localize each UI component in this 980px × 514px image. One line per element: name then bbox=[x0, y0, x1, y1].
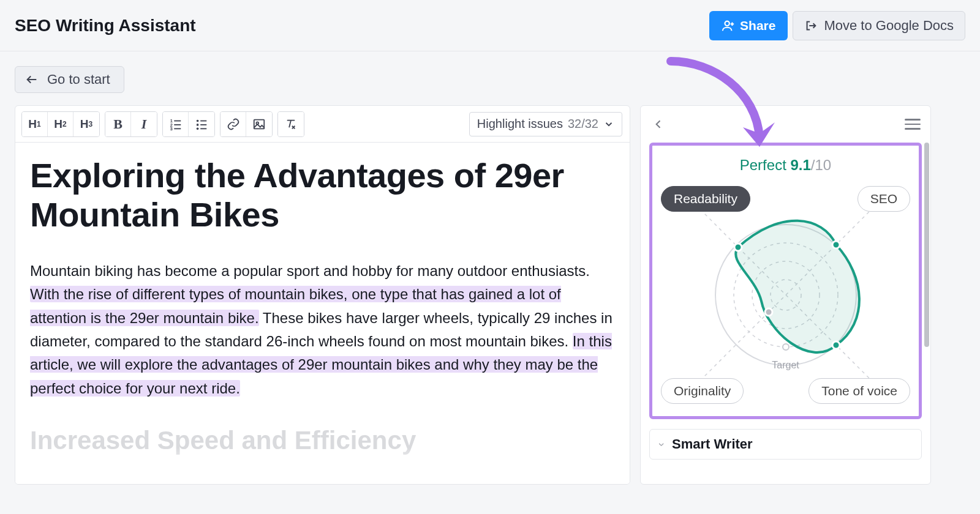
go-to-start-button[interactable]: Go to start bbox=[15, 66, 124, 93]
heading3-button[interactable]: H3 bbox=[74, 112, 99, 136]
svg-point-24 bbox=[832, 341, 840, 349]
seo-pill[interactable]: SEO bbox=[858, 186, 910, 212]
svg-point-7 bbox=[197, 119, 199, 122]
score-value: 9.1 bbox=[790, 157, 810, 173]
svg-point-25 bbox=[765, 308, 772, 316]
readability-pill[interactable]: Readability bbox=[661, 186, 750, 212]
chevron-left-icon bbox=[652, 118, 665, 130]
link-icon bbox=[227, 117, 240, 131]
scrollbar-thumb[interactable] bbox=[924, 143, 929, 347]
image-button[interactable] bbox=[246, 112, 272, 136]
score-card: Perfect 9.1/10 bbox=[649, 143, 922, 419]
sidebar-scrollbar[interactable] bbox=[923, 143, 929, 483]
editor-panel: H1 H2 H3 B I 123 bbox=[15, 105, 630, 485]
svg-rect-8 bbox=[200, 120, 206, 121]
highlight-issues-dropdown[interactable]: Highlight issues 32/32 bbox=[469, 112, 622, 136]
tone-pill[interactable]: Tone of voice bbox=[809, 378, 910, 404]
heading1-button[interactable]: H1 bbox=[22, 112, 48, 136]
svg-rect-13 bbox=[254, 119, 265, 128]
highlight-count: 32/32 bbox=[568, 117, 598, 131]
score-max: /10 bbox=[811, 157, 831, 173]
back-label: Go to start bbox=[47, 72, 110, 88]
move-to-docs-button[interactable]: Move to Google Docs bbox=[793, 11, 965, 40]
clear-format-icon bbox=[284, 117, 298, 131]
target-label: Target bbox=[772, 360, 799, 371]
document-body[interactable]: Exploring the Advantages of 29er Mountai… bbox=[15, 143, 630, 455]
overall-score: Perfect 9.1/10 bbox=[658, 157, 913, 174]
svg-point-0 bbox=[725, 21, 729, 25]
originality-pill[interactable]: Originality bbox=[661, 378, 744, 404]
export-icon bbox=[804, 19, 818, 32]
link-button[interactable] bbox=[221, 112, 246, 136]
svg-rect-2 bbox=[174, 120, 181, 121]
highlight-label: Highlight issues bbox=[477, 117, 563, 131]
text-run: Mountain biking has become a popular spo… bbox=[30, 263, 590, 279]
clear-format-button[interactable] bbox=[278, 112, 304, 136]
svg-text:3: 3 bbox=[170, 126, 172, 131]
page-title: SEO Writing Assistant bbox=[15, 16, 196, 35]
arrow-left-icon bbox=[25, 73, 39, 86]
svg-rect-6 bbox=[174, 128, 181, 129]
share-label: Share bbox=[740, 18, 775, 33]
ordered-list-button[interactable]: 123 bbox=[163, 112, 189, 136]
sidebar-menu-button[interactable] bbox=[902, 114, 923, 135]
fade-overlay bbox=[649, 460, 916, 484]
bold-button[interactable]: B bbox=[105, 112, 131, 136]
share-button[interactable]: Share bbox=[709, 11, 788, 40]
document-title[interactable]: Exploring the Advantages of 29er Mountai… bbox=[30, 156, 615, 235]
paragraph[interactable]: Mountain biking has become a popular spo… bbox=[30, 259, 615, 400]
image-icon bbox=[252, 117, 266, 131]
svg-point-22 bbox=[734, 244, 742, 251]
svg-rect-12 bbox=[200, 128, 206, 129]
person-add-icon bbox=[722, 19, 735, 32]
chevron-down-icon bbox=[603, 119, 614, 130]
svg-point-9 bbox=[197, 124, 199, 126]
italic-button[interactable]: I bbox=[131, 112, 157, 136]
svg-point-23 bbox=[832, 241, 840, 248]
heading2-button[interactable]: H2 bbox=[48, 112, 74, 136]
smart-writer-label: Smart Writer bbox=[672, 436, 753, 452]
unordered-list-button[interactable] bbox=[189, 112, 214, 136]
svg-rect-4 bbox=[174, 124, 181, 125]
move-label: Move to Google Docs bbox=[824, 18, 954, 34]
svg-point-21 bbox=[783, 344, 789, 350]
smart-writer-section[interactable]: Smart Writer bbox=[649, 429, 922, 460]
sidebar-back-button[interactable] bbox=[648, 114, 669, 135]
svg-point-11 bbox=[197, 127, 199, 130]
unordered-list-icon bbox=[195, 117, 208, 131]
editor-toolbar: H1 H2 H3 B I 123 bbox=[15, 106, 630, 143]
svg-rect-10 bbox=[200, 124, 206, 125]
radar-chart: Target Readability SEO Originality Tone … bbox=[658, 185, 913, 405]
ordered-list-icon: 123 bbox=[169, 117, 183, 131]
subheading-faded: Increased Speed and Efficiency bbox=[30, 426, 615, 455]
score-word: Perfect bbox=[740, 157, 786, 173]
analysis-sidebar: Perfect 9.1/10 bbox=[640, 105, 931, 485]
